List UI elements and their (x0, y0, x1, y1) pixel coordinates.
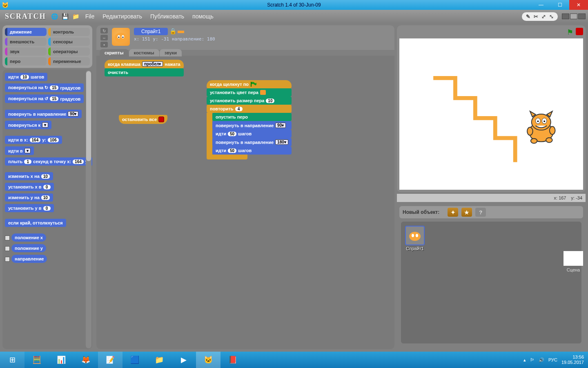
app-logo: SCRATCH (2, 12, 49, 21)
choose-sprite-button[interactable]: ★ (461, 208, 472, 217)
reporter-y[interactable]: положение y (5, 244, 90, 255)
sprite-name[interactable]: Спрайт1 (134, 28, 168, 35)
sprite-coords: x: 151 y: -31 направление: 180 (134, 36, 215, 42)
category-grid: движение контроль внешность сенсоры звук… (2, 25, 92, 68)
window-title: Scratch 1.4 of 30-Jun-09 (267, 2, 321, 8)
svg-point-14 (527, 127, 533, 135)
language-icon[interactable]: 🌐 (50, 12, 59, 21)
svg-point-18 (416, 234, 418, 237)
menu-edit[interactable]: Редактировать (99, 13, 145, 20)
category-variables[interactable]: переменные (48, 57, 90, 65)
stage[interactable] (399, 38, 583, 190)
paint-sprite-button[interactable]: ✦ (448, 208, 458, 217)
taskbar-firefox[interactable]: 🦊 (74, 352, 98, 368)
taskbar-skype[interactable]: 🟦 (122, 352, 147, 368)
rotate-lr-icon[interactable]: ↔ (100, 35, 108, 40)
stage-panel: ⚑ (397, 25, 586, 192)
block-set-x[interactable]: установить x в0 (5, 183, 54, 191)
block-point-towards[interactable]: повернуться к ▾ (5, 121, 51, 129)
svg-point-9 (537, 121, 539, 122)
rotate-free-icon[interactable]: ↻ (100, 28, 108, 34)
tray-up-icon[interactable]: ▴ (523, 357, 526, 363)
menu-help[interactable]: помощь (189, 13, 217, 20)
sprite-header: ↻ ↔ ▪ Спрайт1 🔒 x: 151 y: -31 направлени… (96, 25, 394, 50)
minimize-button[interactable]: — (532, 0, 550, 10)
left-column: движение контроль внешность сенсоры звук… (0, 23, 95, 352)
tray-volume-icon[interactable]: 🔊 (539, 357, 544, 363)
svg-point-16 (409, 232, 421, 241)
block-set-y[interactable]: установить y в0 (5, 204, 54, 212)
svg-point-3 (118, 37, 120, 38)
stage-mouse-coords: x: 167y: -34 (397, 194, 586, 202)
grow-icon[interactable]: ⤢ (541, 13, 546, 20)
center-column: ↻ ↔ ▪ Спрайт1 🔒 x: 151 y: -31 направлени… (95, 23, 396, 352)
menu-file[interactable]: File (82, 13, 98, 20)
script-stack-1[interactable]: когда клавишапробел▾нажата очистить (105, 60, 184, 76)
block-move-steps[interactable]: идти10шагов (5, 73, 47, 81)
tab-scripts[interactable]: скрипты (100, 49, 129, 56)
taskbar-scratch[interactable]: 🐱 (196, 352, 220, 368)
svg-point-13 (546, 138, 552, 143)
menu-publish[interactable]: Публиковать (147, 13, 187, 20)
system-tray: ▴ 🏳 🔊 РУС 13:5619.05.2017 (519, 355, 588, 365)
category-sound[interactable]: звук (5, 47, 47, 56)
start-button[interactable]: ⊞ (0, 352, 24, 368)
taskbar-calc[interactable]: 🧮 (24, 352, 49, 368)
taskbar-pdf[interactable]: 📕 (220, 352, 245, 368)
lock-icon[interactable]: 🔒 (169, 28, 176, 34)
taskbar-explorer[interactable]: 📁 (147, 352, 172, 368)
block-change-x[interactable]: изменить x на10 (5, 172, 53, 180)
green-flag-icon (250, 82, 257, 87)
reporter-dir[interactable]: направление (5, 255, 90, 265)
block-glide[interactable]: плыть1секунд в точку x:164y: (5, 157, 92, 166)
taskbar-word[interactable]: 📝 (98, 352, 122, 368)
block-change-y[interactable]: изменить y на10 (5, 193, 53, 202)
view-mode-switch[interactable] (562, 13, 586, 19)
tray-lang[interactable]: РУС (548, 357, 557, 362)
shrink-icon[interactable]: ⤡ (549, 13, 554, 20)
block-palette: идти10шагов повернуться на ↻15градусов п… (2, 70, 92, 349)
script-stack-2[interactable]: остановить все (119, 115, 167, 124)
category-looks[interactable]: внешность (5, 38, 47, 46)
svg-point-15 (550, 126, 555, 135)
scripts-area[interactable]: когда клавишапробел▾нажата очистить оста… (96, 56, 394, 349)
taskbar-chart[interactable]: 📊 (49, 352, 74, 368)
palette-scrollbar[interactable] (86, 70, 91, 348)
close-button[interactable]: ✕ (569, 0, 588, 10)
block-turn-ccw[interactable]: повернуться на ↺15градусов (5, 94, 84, 103)
block-bounce[interactable]: если край, оттолкнуться (5, 219, 66, 227)
block-point-dir[interactable]: повернуть в направление90▾ (5, 110, 82, 118)
windows-taskbar: ⊞ 🧮 📊 🦊 📝 🟦 📁 ▶ 🐱 📕 ▴ 🏳 🔊 РУС 13:5619.05… (0, 352, 588, 368)
editor-tabs: скрипты костюмы звуки (96, 49, 394, 56)
taskbar-media[interactable]: ▶ (172, 352, 196, 368)
rotate-none-icon[interactable]: ▪ (100, 42, 108, 47)
block-turn-cw[interactable]: повернуться на ↻15градусов (5, 83, 84, 92)
tray-flag-icon[interactable]: 🏳 (530, 357, 535, 362)
block-goto-xy[interactable]: идти в x:164y:106 (5, 136, 62, 144)
stage-tools: ✎ ✂ ⤢ ⤡ (522, 12, 558, 21)
surprise-sprite-button[interactable]: ? (475, 208, 486, 217)
sprite-item[interactable]: Спрайт1 (405, 226, 425, 251)
tray-clock[interactable]: 13:5619.05.2017 (561, 355, 584, 365)
save-icon[interactable]: 💾 (61, 12, 70, 21)
category-sensing[interactable]: сенсоры (48, 38, 90, 46)
category-control[interactable]: контроль (48, 28, 90, 36)
category-pen[interactable]: перо (5, 57, 47, 65)
reporter-x[interactable]: положение x (5, 233, 90, 244)
sprite-thumbnail[interactable] (112, 28, 130, 46)
open-icon[interactable]: 📁 (71, 12, 80, 21)
block-goto[interactable]: идти в ▾ (5, 146, 34, 155)
cut-icon[interactable]: ✂ (534, 13, 538, 20)
tab-costumes[interactable]: костюмы (129, 49, 159, 56)
category-motion[interactable]: движение (5, 28, 47, 36)
app-toolbar: SCRATCH 🌐 💾 📁 File Редактировать Публико… (0, 10, 588, 23)
category-operators[interactable]: операторы (48, 47, 90, 56)
tab-sounds[interactable]: звуки (160, 49, 182, 56)
svg-point-12 (531, 139, 537, 144)
script-stack-3[interactable]: когда щелкнут по установить цвет пера ус… (207, 80, 292, 159)
duplicate-icon[interactable]: ✎ (526, 13, 530, 20)
maximize-button[interactable]: ☐ (550, 0, 569, 10)
stop-button[interactable] (576, 28, 583, 35)
stage-thumb[interactable]: Сцена (564, 251, 583, 272)
green-flag-button[interactable]: ⚑ (567, 28, 573, 37)
